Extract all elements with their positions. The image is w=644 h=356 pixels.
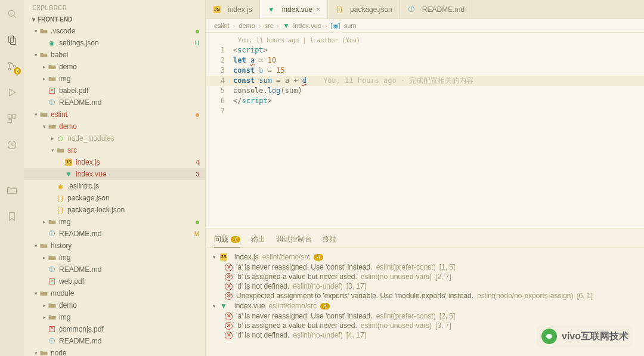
tree-item[interactable]: 🄿commonjs.pdf — [24, 323, 205, 335]
folder-open-icon[interactable] — [5, 184, 18, 197]
problem-rule: eslint(prefer-const) — [376, 263, 436, 271]
pdf-icon: 🄿 — [48, 86, 56, 95]
problem-item[interactable]: ✕'d' is not defined. eslint(no-undef) [3… — [210, 281, 639, 291]
problem-file-name: index.vue — [234, 302, 265, 310]
tree-item[interactable]: { }package.json — [24, 192, 205, 204]
problem-item[interactable]: ✕'a' is never reassigned. Use 'const' in… — [210, 311, 639, 321]
problem-item[interactable]: ✕'a' is never reassigned. Use 'const' in… — [210, 262, 639, 272]
tree-item[interactable]: ⓘREADME.md — [24, 335, 205, 347]
json-icon: { } — [56, 206, 64, 214]
problem-location: [4, 17] — [346, 331, 366, 339]
extensions-icon[interactable] — [5, 112, 18, 125]
tree-item[interactable]: ▾demo — [24, 120, 205, 132]
error-icon: ✕ — [225, 264, 233, 271]
tree-item[interactable]: ▾babel — [24, 49, 205, 61]
code-line: const sum = a + dYou, 11 hours ago · 完成配… — [233, 76, 473, 86]
chevron-icon: ▸ — [41, 314, 48, 320]
tree-item[interactable]: ▸img — [24, 252, 205, 264]
vue-icon: ▼ — [283, 21, 290, 30]
tree-item[interactable]: ▾module — [24, 287, 205, 299]
tree-item[interactable]: ◉.eslintrc.js — [24, 180, 205, 192]
breadcrumb[interactable]: eslint›demo›src›▼index.vue›[◉]sum — [206, 19, 644, 33]
tree-item-label: README.md — [59, 98, 199, 107]
editor-tab[interactable]: ⓘREADME.md — [400, 0, 472, 18]
tree-item[interactable]: ▸img — [24, 311, 205, 323]
tree-item-label: README.md — [59, 265, 199, 274]
problem-item[interactable]: ✕'b' is assigned a value but never used.… — [210, 272, 639, 281]
problem-message: 'd' is not defined. — [236, 282, 289, 290]
breadcrumb-item[interactable]: demo — [239, 22, 255, 29]
tree-item[interactable]: ▸demo — [24, 61, 205, 73]
tree-item[interactable]: ▾.vscode — [24, 25, 205, 37]
folder-icon — [48, 313, 56, 321]
panel-tab[interactable]: 终端 — [323, 232, 337, 247]
tree-item[interactable]: ◉settings.jsonU — [24, 37, 205, 49]
problem-file[interactable]: ▾JSindex.js eslint/demo/src 4 — [210, 252, 639, 262]
tab-label: index.js — [228, 5, 252, 14]
chevron-down-icon: ▾ — [32, 16, 35, 23]
problem-item[interactable]: ✕Unexpected assignment to 'exports' vari… — [210, 291, 639, 301]
tree-item[interactable]: ▸img — [24, 216, 205, 228]
panel-tab[interactable]: 调试控制台 — [276, 232, 312, 247]
tree-item[interactable]: ⓘREADME.md — [24, 264, 205, 275]
problem-location: [3, 17] — [346, 282, 366, 290]
tree-item[interactable]: ▾src — [24, 144, 205, 156]
scm-badge: 8 — [14, 67, 21, 75]
tree-item[interactable]: ▸img — [24, 73, 205, 85]
search-icon[interactable] — [5, 7, 18, 20]
problem-rule: eslint(no-undef) — [293, 282, 342, 290]
svg-marker-7 — [10, 89, 16, 96]
timeline-icon[interactable] — [5, 138, 18, 151]
chevron-down-icon: ▾ — [213, 254, 216, 260]
tree-item-label: demo — [59, 301, 199, 309]
tree-item[interactable]: ⓘREADME.md — [24, 97, 205, 109]
vue-icon: ▼ — [219, 302, 228, 310]
breadcrumb-item[interactable]: src — [265, 22, 274, 29]
editor: JSindex.js▼index.vue×{ }package.jsonⓘREA… — [206, 0, 644, 356]
breadcrumb-item[interactable]: index.vue — [293, 22, 321, 29]
chevron-icon: ▸ — [49, 135, 56, 141]
editor-tab[interactable]: ▼index.vue× — [260, 0, 328, 18]
folder-icon — [48, 122, 56, 131]
tree-item[interactable]: ▾node — [24, 347, 205, 356]
tree-item-label: package.json — [67, 194, 199, 202]
close-icon[interactable]: × — [316, 5, 320, 14]
activity-bar: 8 — [0, 0, 24, 356]
tree-item-label: package-lock.json — [67, 206, 199, 214]
editor-tab[interactable]: { }package.json — [328, 0, 400, 18]
sidebar: EXPLORER ▾FRONT-END ▾.vscode◉settings.js… — [24, 0, 206, 356]
problem-file[interactable]: ▾▼index.vue eslint/demo/src 3 — [210, 301, 639, 311]
explorer-icon[interactable] — [5, 33, 18, 47]
tree-item[interactable]: ▾eslint — [24, 109, 205, 120]
error-icon: ✕ — [225, 332, 233, 339]
editor-tab[interactable]: JSindex.js — [206, 0, 260, 18]
tree-item[interactable]: ▸⬡node_modules — [24, 132, 205, 144]
js-icon: JS — [219, 253, 228, 261]
tree-item-label: README.md — [59, 337, 199, 345]
bookmark-icon[interactable] — [5, 210, 18, 223]
tree-item-label: history — [51, 242, 199, 250]
tree-item[interactable]: ▾history — [24, 240, 205, 252]
error-icon: ✕ — [225, 312, 233, 320]
tree-item[interactable]: 🄿babel.pdf — [24, 85, 205, 97]
code-area[interactable]: You, 11 hours ago | 1 author (You) 1<scr… — [206, 33, 644, 228]
panel-tabs: 问题7输出调试控制台终端 — [206, 228, 644, 248]
folder-icon — [39, 27, 48, 35]
tree-item[interactable]: JSindex.js4 — [24, 156, 205, 168]
problem-file-name: index.js — [234, 253, 259, 261]
tree-item[interactable]: ⓘREADME.mdM — [24, 228, 205, 240]
breadcrumb-item[interactable]: sum — [344, 22, 357, 29]
breadcrumb-item[interactable]: eslint — [214, 22, 230, 29]
code-lens: You, 11 hours ago | 1 author (You) — [206, 35, 644, 45]
scm-icon[interactable]: 8 — [5, 60, 18, 73]
sidebar-section[interactable]: ▾FRONT-END — [24, 14, 205, 25]
panel-tab[interactable]: 输出 — [251, 232, 265, 247]
tree-item-label: .vscode — [51, 27, 192, 35]
tree-item[interactable]: { }package-lock.json — [24, 204, 205, 216]
panel-tab[interactable]: 问题7 — [214, 232, 240, 247]
tree-item[interactable]: ▼index.vue3 — [24, 168, 205, 180]
tree-item[interactable]: 🄿web.pdf — [24, 275, 205, 287]
debug-icon[interactable] — [5, 86, 18, 99]
json-icon: { } — [335, 5, 343, 14]
tree-item[interactable]: ▸demo — [24, 299, 205, 311]
